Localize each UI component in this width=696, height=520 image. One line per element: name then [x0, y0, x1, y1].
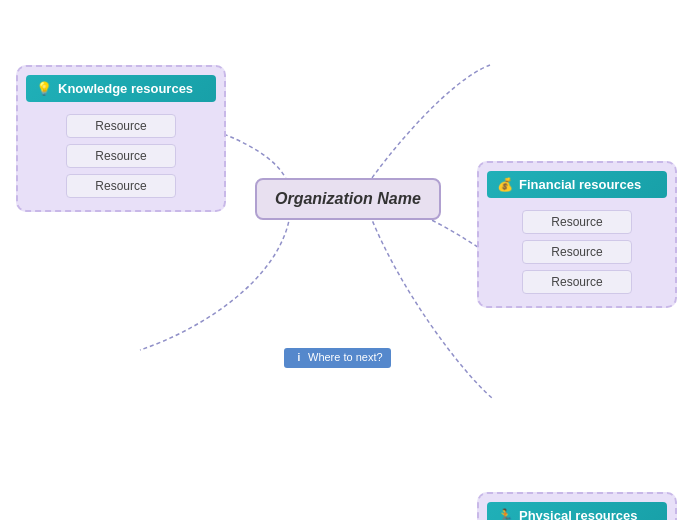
tooltip: iWhere to next? [284, 348, 391, 368]
category-header-financial: 💰 Financial resources [487, 171, 667, 198]
info-icon: i [292, 351, 306, 365]
tooltip-text: Where to next? [308, 351, 383, 363]
list-item[interactable]: Resource [66, 114, 176, 138]
center-node: Organization Name [255, 178, 441, 220]
mind-map: Organization Name 💡 Knowledge resources … [0, 0, 696, 520]
list-item[interactable]: Resource [522, 270, 632, 294]
financial-label: Financial resources [519, 177, 641, 192]
category-knowledge: 💡 Knowledge resources Resource Resource … [16, 65, 226, 212]
financial-resources: Resource Resource Resource [487, 206, 667, 298]
category-header-physical: 🏃 Physical resources [487, 502, 667, 520]
category-physical: 🏃 Physical resources Resource Resource R… [477, 492, 677, 520]
knowledge-icon: 💡 [36, 81, 52, 96]
list-item[interactable]: Resource [66, 174, 176, 198]
category-financial: 💰 Financial resources Resource Resource … [477, 161, 677, 308]
physical-label: Physical resources [519, 508, 638, 520]
list-item[interactable]: Resource [522, 240, 632, 264]
physical-icon: 🏃 [497, 508, 513, 520]
financial-icon: 💰 [497, 177, 513, 192]
list-item[interactable]: Resource [66, 144, 176, 168]
knowledge-label: Knowledge resources [58, 81, 193, 96]
list-item[interactable]: Resource [522, 210, 632, 234]
category-header-knowledge: 💡 Knowledge resources [26, 75, 216, 102]
knowledge-resources: Resource Resource Resource [26, 110, 216, 202]
